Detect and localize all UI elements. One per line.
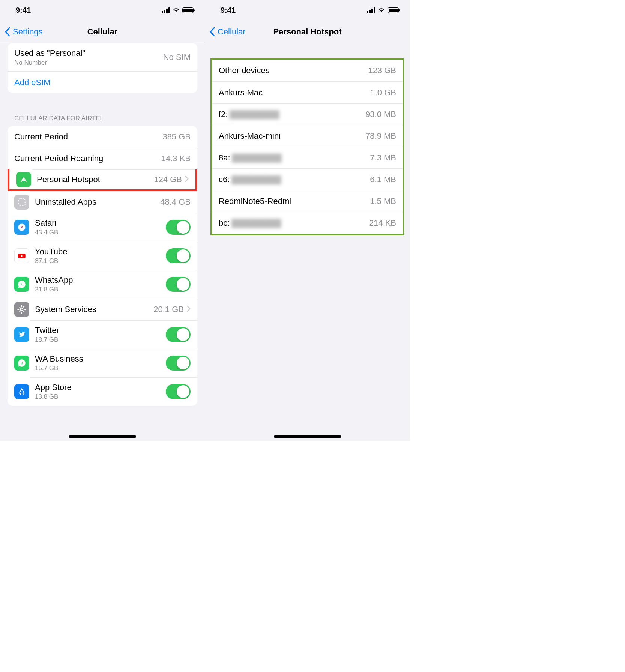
twitter-toggle[interactable] [166, 327, 191, 342]
nav-bar: Settings Cellular [0, 21, 205, 43]
device-row[interactable]: bc: ██████████214 KB [212, 212, 403, 234]
uninstalled-value: 48.4 GB [160, 197, 191, 207]
whatsapp-toggle[interactable] [166, 277, 191, 292]
wabusiness-icon: B [14, 356, 29, 370]
device-row[interactable]: Other devices123 GB [212, 60, 403, 81]
current-period-row[interactable]: Current Period 385 GB [8, 126, 197, 148]
device-label: RedmiNote5-Redmi [219, 196, 370, 206]
status-bar: 9:41 [0, 0, 205, 21]
appstore-toggle[interactable] [166, 384, 191, 399]
device-row[interactable]: Ankurs-Mac1.0 GB [212, 81, 403, 103]
data-group: Current Period 385 GB Current Period Roa… [8, 126, 197, 406]
hotspot-icon [16, 172, 31, 187]
current-roaming-row[interactable]: Current Period Roaming 14.3 KB [8, 148, 197, 170]
svg-rect-0 [18, 199, 25, 205]
twitter-sub: 18.7 GB [35, 336, 166, 344]
device-row[interactable]: c6: ██████████6.1 MB [212, 168, 403, 190]
whatsapp-sub: 21.8 GB [35, 286, 166, 293]
sim-used-as: Used as "Personal" [14, 48, 163, 58]
home-indicator[interactable] [69, 435, 136, 438]
svg-point-4 [21, 308, 23, 311]
safari-toggle[interactable] [166, 220, 191, 235]
twitter-row[interactable]: Twitter 18.7 GB [8, 320, 197, 349]
system-row[interactable]: System Services 20.1 GB [8, 298, 197, 320]
device-label: 8a: ██████████ [219, 153, 370, 163]
status-bar: 9:41 [205, 0, 410, 21]
sim-no-number: No Number [14, 59, 163, 66]
wabusiness-row[interactable]: B WA Business 15.7 GB [8, 349, 197, 377]
wab-label: WA Business [35, 354, 166, 364]
screen-hotspot: 9:41 Cellular Personal Hotspot Other dev… [205, 0, 410, 441]
cell-signal-icon [367, 8, 375, 14]
system-value: 20.1 GB [153, 304, 184, 314]
add-esim-row[interactable]: Add eSIM [8, 71, 197, 93]
whatsapp-icon [14, 277, 29, 292]
youtube-icon [14, 248, 29, 263]
chevron-right-icon [187, 306, 191, 313]
device-row[interactable]: Ankurs-Mac-mini78.9 MB [212, 125, 403, 147]
chevron-left-icon [5, 27, 11, 36]
sim-row[interactable]: Used as "Personal" No Number No SIM [8, 43, 197, 71]
back-button[interactable]: Settings [0, 27, 43, 37]
chevron-left-icon [209, 27, 215, 36]
status-time: 9:41 [216, 6, 236, 15]
wab-toggle[interactable] [166, 356, 191, 370]
device-value: 93.0 MB [365, 110, 396, 119]
device-row[interactable]: f2: ██████████93.0 MB [212, 103, 403, 125]
gear-icon [14, 302, 29, 317]
back-button[interactable]: Cellular [205, 27, 246, 37]
whatsapp-label: WhatsApp [35, 275, 166, 285]
battery-icon [182, 8, 194, 13]
status-indicators [367, 6, 399, 15]
device-label: bc: ██████████ [219, 218, 369, 228]
device-label: f2: ██████████ [219, 110, 365, 119]
hotspot-label: Personal Hotspot [37, 175, 154, 184]
twitter-icon [14, 327, 29, 342]
status-time: 9:41 [11, 6, 31, 15]
device-value: 6.1 MB [370, 175, 396, 184]
battery-icon [388, 8, 399, 13]
device-value: 7.3 MB [370, 153, 396, 163]
wifi-icon [172, 6, 180, 15]
nav-bar: Cellular Personal Hotspot [205, 21, 410, 43]
chevron-right-icon [185, 176, 189, 183]
system-label: System Services [35, 304, 153, 314]
youtube-label: YouTube [35, 247, 166, 256]
appstore-label: App Store [35, 382, 166, 392]
status-indicators [162, 6, 194, 15]
cell-signal-icon [162, 8, 170, 14]
youtube-sub: 37.1 GB [35, 257, 166, 265]
whatsapp-row[interactable]: WhatsApp 21.8 GB [8, 270, 197, 298]
device-value: 123 GB [368, 66, 396, 75]
uninstalled-row[interactable]: Uninstalled Apps 48.4 GB [8, 191, 197, 213]
current-period-value: 385 GB [162, 132, 191, 142]
youtube-toggle[interactable] [166, 248, 191, 263]
device-list-highlight: Other devices123 GBAnkurs-Mac1.0 GBf2: █… [210, 58, 404, 235]
svg-text:B: B [21, 361, 23, 365]
appstore-sub: 13.8 GB [35, 393, 166, 400]
wifi-icon [377, 6, 385, 15]
device-list-group: Other devices123 GBAnkurs-Mac1.0 GBf2: █… [212, 60, 403, 234]
back-label: Cellular [218, 27, 246, 37]
youtube-row[interactable]: YouTube 37.1 GB [8, 242, 197, 270]
twitter-label: Twitter [35, 326, 166, 335]
appstore-row[interactable]: App Store 13.8 GB [8, 377, 197, 406]
personal-hotspot-row[interactable]: Personal Hotspot 124 GB [8, 170, 197, 191]
uninstalled-icon [14, 195, 29, 210]
appstore-icon [14, 384, 29, 399]
safari-row[interactable]: Safari 43.4 GB [8, 213, 197, 242]
back-label: Settings [13, 27, 43, 37]
device-label: c6: ██████████ [219, 175, 370, 184]
home-indicator[interactable] [274, 435, 341, 438]
safari-icon [14, 220, 29, 235]
safari-sub: 43.4 GB [35, 229, 166, 236]
current-period-label: Current Period [14, 132, 162, 142]
sim-status: No SIM [163, 52, 191, 62]
screen-cellular: 9:41 Settings Cellular Used as "Personal… [0, 0, 205, 441]
device-label: Other devices [219, 66, 368, 75]
device-label: Ankurs-Mac [219, 88, 371, 98]
device-value: 1.5 MB [370, 196, 396, 206]
device-row[interactable]: 8a: ██████████7.3 MB [212, 147, 403, 168]
sim-group: Used as "Personal" No Number No SIM Add … [8, 43, 197, 93]
device-row[interactable]: RedmiNote5-Redmi1.5 MB [212, 190, 403, 212]
